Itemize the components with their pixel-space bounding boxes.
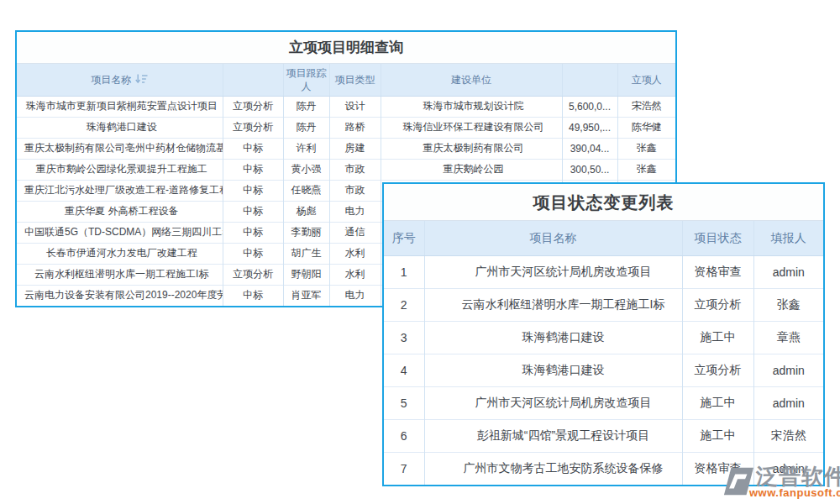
reporter-link[interactable]: 章燕 [753,321,823,354]
project-tracker-cell: 野朝阳 [283,264,329,285]
project-status-cell: 立项分析 [223,96,283,117]
project-name-link[interactable]: 云南水利枢纽潜明水库一期工程施工I标 [17,264,223,285]
sort-icon[interactable] [135,74,148,84]
column-header-project-name[interactable]: 项目名称 [17,64,223,96]
project-name-link[interactable]: 重庆江北污水处理厂级改造工程-道路修复工程 [17,180,223,201]
table-row: 重庆太极制药有限公司亳州中药材仓储物流基地 中标 许利 房建 重庆太极制药有限公… [17,138,675,159]
column-header-reporter: 填报人 [753,221,823,255]
project-type-cell: 水利 [329,243,381,264]
status-change-table: 序号 项目名称 项目状态 填报人 1 广州市天河区统计局机房改造项目 资格审查 … [384,221,823,485]
project-status-cell: 立项分析 [223,264,283,285]
table-row: 3 珠海鹤港口建设 施工中 章燕 [384,321,823,354]
amount-cell: 390,04... [562,138,617,159]
row-index-cell: 4 [384,354,424,386]
column-header-label: 项目名称 [91,74,131,86]
project-name-link[interactable]: 珠海市城市更新项目紫桐苑安置点设计项目 [17,96,223,117]
table-row: 5 广州市天河区统计局机房改造项目 施工中 admin [384,386,823,419]
project-status-cell: 立项分析 [682,354,753,386]
reporter-link[interactable]: 张鑫 [753,288,823,321]
column-header-amount [562,64,617,96]
project-status-cell: 中标 [223,138,283,159]
row-index-cell: 6 [384,419,424,452]
project-tracker-cell: 陈丹 [283,96,329,117]
project-status-cell: 中标 [223,159,283,180]
table-row: 珠海市城市更新项目紫桐苑安置点设计项目 立项分析 陈丹 设计 珠海市城市规划设计… [17,96,675,117]
construction-unit-link[interactable]: 重庆鹅岭公园 [381,159,562,180]
project-status-cell: 立项分析 [223,117,283,138]
row-index-cell: 3 [384,321,424,354]
watermark-url[interactable]: www.fanpusoft.com [749,486,840,499]
project-name-link[interactable]: 珠海鹤港口建设 [17,117,223,138]
project-status-cell: 中标 [223,201,283,222]
project-tracker-cell: 胡广生 [283,243,329,264]
column-header-approver: 立项人 [617,64,675,96]
row-index-cell: 1 [384,255,424,288]
page: 立项项目明细查询 项目名称 [0,0,840,504]
column-header-project-name: 项目名称 [424,221,682,255]
project-status-cell: 中标 [223,222,283,243]
project-name-link[interactable]: 重庆市鹅岭公园绿化景观提升工程施工 [17,159,223,180]
project-status-cell: 中标 [223,285,283,306]
project-tracker-cell: 陈丹 [283,117,329,138]
project-status-cell: 立项分析 [682,288,753,321]
table-row: 1 广州市天河区统计局机房改造项目 资格审查 admin [384,255,823,288]
table-header-row: 序号 项目名称 项目状态 填报人 [384,221,823,255]
row-index-cell: 5 [384,386,424,419]
project-tracker-cell: 肖亚军 [283,285,329,306]
project-tracker-cell: 许利 [283,138,329,159]
reporter-link[interactable]: admin [753,255,823,288]
amount-cell: 49,950,... [562,117,617,138]
project-name-link[interactable]: 珠海鹤港口建设 [424,354,682,386]
project-name-link[interactable]: 广州市文物考古工地安防系统设备保修 [424,452,682,485]
project-type-cell: 电力 [329,285,381,306]
project-name-link[interactable]: 广州市天河区统计局机房改造项目 [424,386,682,419]
project-name-link[interactable]: 云南电力设备安装有限公司2019--2020年度劳务 [17,285,223,306]
status-change-list-panel: 项目状态变更列表 序号 项目名称 项目状态 填报人 1 广州市天河区统计局机房改… [382,182,825,486]
project-type-cell: 房建 [329,138,381,159]
back-panel-title: 立项项目明细查询 [17,32,675,64]
fanpu-watermark: 泛普软件 www.fanpusoft.com [719,459,840,502]
approver-cell: 张鑫 [617,159,675,180]
column-header-tracker: 项目跟踪人 [283,64,329,96]
approver-cell: 张鑫 [617,138,675,159]
table-row: 4 珠海鹤港口建设 立项分析 admin [384,354,823,386]
project-status-cell: 施工中 [682,321,753,354]
project-status-cell: 中标 [223,180,283,201]
column-header-project-status: 项目状态 [682,221,753,255]
construction-unit-link[interactable]: 重庆太极制药有限公司 [381,138,562,159]
front-panel-title: 项目状态变更列表 [384,184,823,221]
project-tracker-cell: 杨彪 [283,201,329,222]
project-status-cell: 资格审查 [682,255,753,288]
project-type-cell: 设计 [329,96,381,117]
project-type-cell: 通信 [329,222,381,243]
project-name-link[interactable]: 中国联通5G（TD-SCDMA）网络三期四川工程 [17,222,223,243]
project-name-link[interactable]: 珠海鹤港口建设 [424,321,682,354]
project-name-link[interactable]: 广州市天河区统计局机房改造项目 [424,255,682,288]
approver-cell: 陈华健 [617,117,675,138]
column-header-status [223,64,283,96]
construction-unit-link[interactable]: 珠海信业环保工程建设有限公司 [381,117,562,138]
reporter-link[interactable]: admin [753,354,823,386]
project-type-cell: 水利 [329,264,381,285]
amount-cell: 5,600,0... [562,96,617,117]
project-status-cell: 施工中 [682,419,753,452]
reporter-link[interactable]: 宋浩然 [753,419,823,452]
reporter-link[interactable]: admin [753,386,823,419]
table-row: 6 彭祖新城“四馆”景观工程设计项目 施工中 宋浩然 [384,419,823,452]
project-type-cell: 电力 [329,201,381,222]
project-tracker-cell: 黄小强 [283,159,329,180]
amount-cell: 300,50... [562,159,617,180]
project-status-cell: 施工中 [682,386,753,419]
project-name-link[interactable]: 云南水利枢纽潜明水库一期工程施工I标 [424,288,682,321]
project-name-link[interactable]: 重庆华夏 外高桥工程设备 [17,201,223,222]
project-name-link[interactable]: 重庆太极制药有限公司亳州中药材仓储物流基地 [17,138,223,159]
row-index-cell: 2 [384,288,424,321]
project-type-cell: 路桥 [329,117,381,138]
table-row: 珠海鹤港口建设 立项分析 陈丹 路桥 珠海信业环保工程建设有限公司 49,950… [17,117,675,138]
project-name-link[interactable]: 彭祖新城“四馆”景观工程设计项目 [424,419,682,452]
construction-unit-link[interactable]: 珠海市城市规划设计院 [381,96,562,117]
approver-cell: 宋浩然 [617,96,675,117]
column-header-unit: 建设单位 [381,64,562,96]
project-name-link[interactable]: 长春市伊通河水力发电厂改建工程 [17,243,223,264]
project-type-cell: 市政 [329,180,381,201]
